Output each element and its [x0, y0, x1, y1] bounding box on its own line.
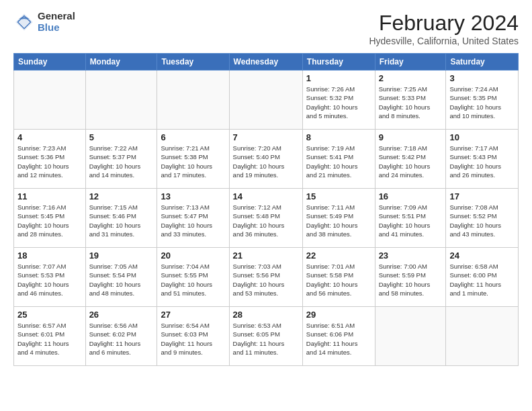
day-number: 15: [306, 191, 371, 201]
calendar-cell: 10Sunrise: 7:17 AM Sunset: 5:43 PM Dayli…: [446, 130, 519, 189]
day-number: 19: [89, 250, 154, 261]
day-number: 6: [161, 132, 225, 142]
calendar-cell: 15Sunrise: 7:11 AM Sunset: 5:49 PM Dayli…: [302, 189, 375, 248]
day-info: Sunrise: 7:19 AM Sunset: 5:41 PM Dayligh…: [306, 144, 371, 179]
day-number: 10: [449, 132, 515, 142]
calendar-cell: 26Sunrise: 6:56 AM Sunset: 6:02 PM Dayli…: [85, 307, 157, 366]
day-info: Sunrise: 7:18 AM Sunset: 5:42 PM Dayligh…: [379, 144, 443, 179]
calendar-cell: 24Sunrise: 6:58 AM Sunset: 6:00 PM Dayli…: [446, 248, 519, 307]
day-number: 9: [379, 132, 443, 142]
day-info: Sunrise: 7:21 AM Sunset: 5:38 PM Dayligh…: [161, 144, 225, 179]
calendar-cell: 25Sunrise: 6:57 AM Sunset: 6:01 PM Dayli…: [14, 307, 86, 366]
day-info: Sunrise: 7:25 AM Sunset: 5:33 PM Dayligh…: [379, 85, 443, 120]
calendar-cell: 14Sunrise: 7:12 AM Sunset: 5:48 PM Dayli…: [229, 189, 302, 248]
header-wednesday: Wednesday: [229, 54, 302, 71]
day-info: Sunrise: 7:12 AM Sunset: 5:48 PM Dayligh…: [233, 203, 299, 238]
day-info: Sunrise: 7:09 AM Sunset: 5:51 PM Dayligh…: [379, 203, 443, 238]
calendar-cell: 4Sunrise: 7:23 AM Sunset: 5:36 PM Daylig…: [14, 130, 86, 189]
day-number: 25: [17, 310, 82, 320]
header-sunday: Sunday: [14, 54, 86, 71]
day-info: Sunrise: 7:22 AM Sunset: 5:37 PM Dayligh…: [89, 144, 154, 179]
day-info: Sunrise: 7:26 AM Sunset: 5:32 PM Dayligh…: [306, 85, 371, 120]
calendar-cell: [85, 71, 157, 130]
calendar-cell: 16Sunrise: 7:09 AM Sunset: 5:51 PM Dayli…: [375, 189, 446, 248]
day-number: 23: [379, 250, 443, 261]
calendar-cell: 18Sunrise: 7:07 AM Sunset: 5:53 PM Dayli…: [14, 248, 86, 307]
day-info: Sunrise: 6:53 AM Sunset: 6:05 PM Dayligh…: [233, 321, 299, 357]
day-number: 21: [233, 250, 299, 261]
day-info: Sunrise: 7:11 AM Sunset: 5:49 PM Dayligh…: [306, 203, 371, 238]
day-info: Sunrise: 7:20 AM Sunset: 5:40 PM Dayligh…: [233, 144, 299, 179]
day-info: Sunrise: 7:05 AM Sunset: 5:54 PM Dayligh…: [89, 262, 154, 298]
calendar-cell: 28Sunrise: 6:53 AM Sunset: 6:05 PM Dayli…: [229, 307, 302, 366]
logo-icon: [13, 11, 35, 33]
day-info: Sunrise: 6:57 AM Sunset: 6:01 PM Dayligh…: [17, 321, 82, 357]
calendar-cell: 20Sunrise: 7:04 AM Sunset: 5:55 PM Dayli…: [157, 248, 229, 307]
day-number: 4: [17, 132, 82, 142]
calendar-cell: 8Sunrise: 7:19 AM Sunset: 5:41 PM Daylig…: [302, 130, 375, 189]
day-number: 26: [89, 310, 154, 320]
logo: General Blue: [13, 11, 75, 33]
day-number: 13: [161, 191, 225, 201]
day-number: 22: [306, 250, 371, 261]
calendar-cell: 2Sunrise: 7:25 AM Sunset: 5:33 PM Daylig…: [375, 71, 446, 130]
calendar-cell: [14, 71, 86, 130]
calendar-cell: 9Sunrise: 7:18 AM Sunset: 5:42 PM Daylig…: [375, 130, 446, 189]
calendar-cell: 19Sunrise: 7:05 AM Sunset: 5:54 PM Dayli…: [85, 248, 157, 307]
logo-general: General: [38, 11, 75, 22]
calendar-cell: [446, 307, 519, 366]
calendar-cell: 6Sunrise: 7:21 AM Sunset: 5:38 PM Daylig…: [157, 130, 229, 189]
calendar-cell: 1Sunrise: 7:26 AM Sunset: 5:32 PM Daylig…: [302, 71, 375, 130]
calendar-cell: [375, 307, 446, 366]
day-number: 29: [306, 310, 371, 320]
calendar-cell: 17Sunrise: 7:08 AM Sunset: 5:52 PM Dayli…: [446, 189, 519, 248]
day-number: 11: [17, 191, 82, 201]
day-number: 16: [379, 191, 443, 201]
header-friday: Friday: [375, 54, 446, 71]
month-title: February 2024: [369, 11, 519, 36]
logo-text: General Blue: [38, 11, 75, 33]
day-info: Sunrise: 6:58 AM Sunset: 6:00 PM Dayligh…: [449, 262, 515, 298]
calendar-week-4: 25Sunrise: 6:57 AM Sunset: 6:01 PM Dayli…: [14, 307, 519, 366]
day-number: 24: [449, 250, 515, 261]
day-number: 7: [233, 132, 299, 142]
location-title: Hydesville, California, United States: [369, 36, 519, 46]
day-info: Sunrise: 7:15 AM Sunset: 5:46 PM Dayligh…: [89, 203, 154, 238]
day-number: 2: [379, 73, 443, 83]
calendar-cell: 22Sunrise: 7:01 AM Sunset: 5:58 PM Dayli…: [302, 248, 375, 307]
day-info: Sunrise: 7:13 AM Sunset: 5:47 PM Dayligh…: [161, 203, 225, 238]
calendar-cell: [229, 71, 302, 130]
day-info: Sunrise: 7:03 AM Sunset: 5:56 PM Dayligh…: [233, 262, 299, 298]
day-number: 28: [233, 310, 299, 320]
calendar-week-2: 11Sunrise: 7:16 AM Sunset: 5:45 PM Dayli…: [14, 189, 519, 248]
day-info: Sunrise: 7:17 AM Sunset: 5:43 PM Dayligh…: [449, 144, 515, 179]
header-tuesday: Tuesday: [157, 54, 229, 71]
calendar-week-0: 1Sunrise: 7:26 AM Sunset: 5:32 PM Daylig…: [14, 71, 519, 130]
day-info: Sunrise: 6:51 AM Sunset: 6:06 PM Dayligh…: [306, 321, 371, 357]
calendar-cell: 7Sunrise: 7:20 AM Sunset: 5:40 PM Daylig…: [229, 130, 302, 189]
calendar-week-1: 4Sunrise: 7:23 AM Sunset: 5:36 PM Daylig…: [14, 130, 519, 189]
day-number: 20: [161, 250, 225, 261]
page-header: General Blue February 2024 Hydesville, C…: [13, 11, 519, 46]
header-thursday: Thursday: [302, 54, 375, 71]
calendar-cell: 11Sunrise: 7:16 AM Sunset: 5:45 PM Dayli…: [14, 189, 86, 248]
calendar-cell: 27Sunrise: 6:54 AM Sunset: 6:03 PM Dayli…: [157, 307, 229, 366]
day-info: Sunrise: 7:00 AM Sunset: 5:59 PM Dayligh…: [379, 262, 443, 298]
day-number: 5: [89, 132, 154, 142]
day-info: Sunrise: 7:01 AM Sunset: 5:58 PM Dayligh…: [306, 262, 371, 298]
day-number: 17: [449, 191, 515, 201]
calendar-cell: [157, 71, 229, 130]
day-number: 12: [89, 191, 154, 201]
calendar-week-3: 18Sunrise: 7:07 AM Sunset: 5:53 PM Dayli…: [14, 248, 519, 307]
calendar-table: Sunday Monday Tuesday Wednesday Thursday…: [13, 53, 519, 366]
calendar-cell: 21Sunrise: 7:03 AM Sunset: 5:56 PM Dayli…: [229, 248, 302, 307]
calendar-cell: 29Sunrise: 6:51 AM Sunset: 6:06 PM Dayli…: [302, 307, 375, 366]
calendar-cell: 23Sunrise: 7:00 AM Sunset: 5:59 PM Dayli…: [375, 248, 446, 307]
calendar-cell: 3Sunrise: 7:24 AM Sunset: 5:35 PM Daylig…: [446, 71, 519, 130]
day-info: Sunrise: 7:07 AM Sunset: 5:53 PM Dayligh…: [17, 262, 82, 298]
day-info: Sunrise: 7:24 AM Sunset: 5:35 PM Dayligh…: [449, 85, 515, 120]
calendar-cell: 12Sunrise: 7:15 AM Sunset: 5:46 PM Dayli…: [85, 189, 157, 248]
day-number: 27: [161, 310, 225, 320]
day-number: 14: [233, 191, 299, 201]
day-info: Sunrise: 6:56 AM Sunset: 6:02 PM Dayligh…: [89, 321, 154, 357]
